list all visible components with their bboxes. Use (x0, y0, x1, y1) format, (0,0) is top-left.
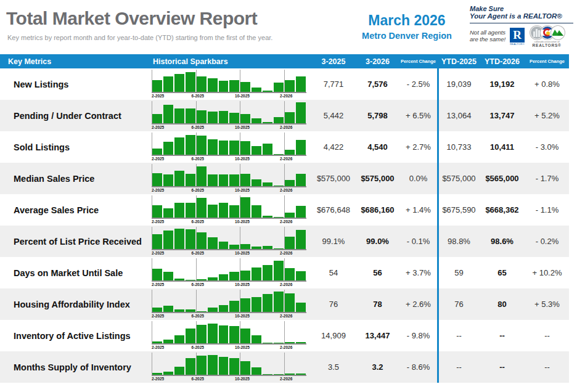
spark-bar (186, 229, 195, 249)
spark-bar (229, 245, 239, 249)
sparkbar-axis-label: 10-2025 (235, 377, 250, 381)
spark-bar (163, 231, 173, 249)
sparkbar-chart: 2-20256-202510-20252-2026 (152, 288, 311, 320)
sparkbar-axis-label: 2-2025 (152, 219, 164, 224)
metric-label: Average Sales Price (0, 194, 152, 226)
page-title: Total Market Overview Report (6, 8, 257, 29)
spark-bar (152, 341, 162, 343)
ytd-prev-value: 19,039 (439, 68, 479, 100)
badge-tagline: Not all agents are the same! (470, 30, 505, 43)
spark-bar (197, 110, 207, 123)
spark-bar (174, 367, 184, 375)
realtor-r-caption: REALTOR® (509, 43, 525, 46)
spark-bar (263, 246, 272, 249)
ytd-curr-value: -- (479, 351, 525, 383)
sparkbar-chart: 2-20256-202510-20252-2026 (152, 163, 311, 194)
spark-bar (208, 112, 218, 123)
spark-bar (240, 174, 250, 186)
spark-bar (263, 91, 272, 92)
metrics-table: Key Metrics Historical Sparkbars 3-2025 … (0, 54, 569, 383)
col-month-curr: 3-2026 (356, 57, 399, 66)
sparkbar-axis-label: 2-2025 (152, 188, 164, 192)
spark-bar (240, 271, 250, 280)
spark-bar (296, 174, 306, 186)
ytd-prev-value: 59 (439, 257, 479, 288)
sparkbar-axis-label: 6-2025 (192, 125, 204, 129)
month-prev-value: $575,000 (311, 163, 356, 194)
sparkbar-axis-label: 6-2025 (192, 188, 204, 192)
ytd-prev-value: 13,064 (439, 100, 479, 131)
spark-bar (240, 141, 250, 155)
colorado-realtors-logo-icon: colorado association of REALTORS® (529, 26, 565, 47)
ytd-curr-value: 98.6% (479, 226, 525, 257)
sparkbar-axis-label: 10-2025 (235, 188, 250, 192)
sparkbar-axis-label: 10-2025 (235, 157, 250, 161)
month-curr-value: 78 (356, 288, 399, 320)
sparkbar-axis-label: 6-2025 (192, 377, 204, 381)
sparkbar-axis-label: 2-2026 (280, 377, 292, 381)
sparkbar-axis-label: 2-2026 (280, 282, 292, 287)
month-curr-value: 56 (356, 257, 399, 288)
spark-bar (229, 358, 239, 375)
percent-change-value: - 0.1% (399, 226, 437, 257)
spark-bar (186, 329, 195, 343)
report-page: Total Market Overview Report Key metrics… (0, 0, 577, 392)
spark-bar (296, 230, 306, 249)
month-prev-value: 14,909 (311, 320, 356, 351)
spark-bar (229, 326, 239, 343)
badge-tagline-line2: are the same! (470, 36, 505, 43)
badge-slogan-line2: Your Agent is a REALTOR® (470, 12, 573, 20)
spark-bar (240, 114, 250, 123)
ytd-curr-value: 65 (479, 257, 525, 288)
spark-bar (152, 173, 162, 186)
month-prev-value: 4,422 (311, 131, 356, 163)
spark-bar (208, 308, 218, 312)
sparkbar-axis-label: 6-2025 (192, 345, 204, 349)
spark-bar (208, 324, 218, 343)
spark-bar (152, 234, 162, 249)
sparkbar-bars (152, 259, 306, 280)
sparkbar-axis-label: 6-2025 (192, 251, 204, 255)
sparkbar-axis-label: 10-2025 (235, 94, 250, 98)
month-curr-value: $686,160 (356, 194, 399, 226)
spark-bar (208, 277, 218, 280)
spark-bar (240, 298, 250, 312)
spark-bar (296, 374, 306, 375)
metric-label: Months Supply of Inventory (0, 351, 152, 383)
spark-bar (174, 137, 184, 155)
month-curr-value: 3.2 (356, 351, 399, 383)
month-curr-value: 99.0% (356, 226, 399, 257)
table-header-row: Key Metrics Historical Sparkbars 3-2025 … (0, 54, 569, 68)
spark-bar (240, 82, 250, 92)
spark-bar (240, 329, 250, 343)
sparkbar-axis-label: 2-2025 (152, 282, 164, 287)
spark-bar (296, 140, 306, 155)
sparkbar-axis-label: 2-2025 (152, 377, 164, 381)
spark-bar (152, 114, 162, 123)
spark-bar (186, 203, 195, 218)
spark-bar (186, 108, 195, 123)
table-row: Average Sales Price 2-20256-202510-20252… (0, 194, 569, 226)
spark-bar (229, 301, 239, 312)
spark-bar (152, 269, 162, 280)
percent-change-value: + 2.6% (399, 288, 437, 320)
col-key-metrics: Key Metrics (0, 57, 152, 66)
ytd-curr-value: 19,192 (479, 68, 525, 100)
spark-bar (274, 261, 284, 280)
col-ytd-percent-change: Percent Change (525, 59, 569, 64)
spark-bar (174, 108, 184, 123)
spark-bar (152, 373, 162, 375)
spark-bar (197, 325, 207, 343)
ytd-prev-value: 98.8% (439, 226, 479, 257)
spark-bar (252, 335, 261, 343)
spark-bar (163, 208, 173, 218)
col-sparkbars: Historical Sparkbars (152, 57, 311, 66)
spark-bar (163, 340, 173, 343)
month-prev-value: 99.1% (311, 226, 356, 257)
spark-bar (208, 139, 218, 155)
sparkbar-axis-label: 10-2025 (235, 219, 250, 224)
spark-bar (285, 112, 295, 123)
sparkbar-axis-labels: 2-20256-202510-20252-2026 (152, 282, 306, 287)
spark-bar (163, 174, 173, 186)
spark-bar (263, 374, 272, 375)
